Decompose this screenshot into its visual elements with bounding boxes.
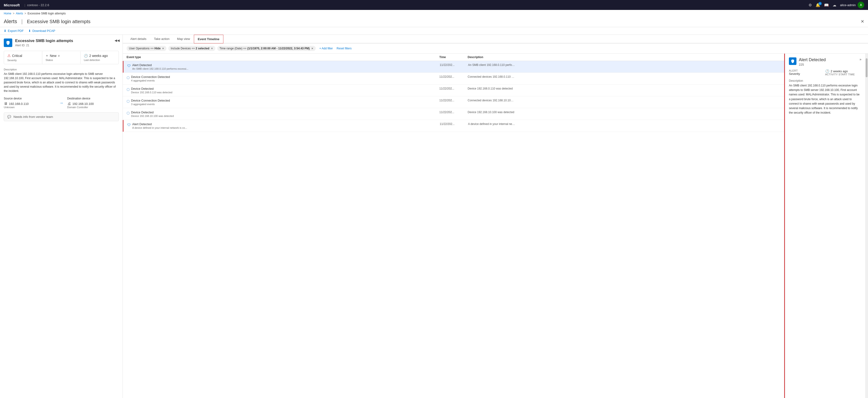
tab-take-action[interactable]: Take action: [150, 35, 173, 43]
table-row[interactable]: ⬡ Device Connection Detected 3 aggregate…: [123, 96, 784, 108]
top-navigation: Microsoft | contoso - 22.2.6 ⚙ 🔔 0 📖 ☁ a…: [0, 0, 868, 10]
header-divider: |: [21, 19, 23, 25]
left-panel: ◀◀ ! Excessive SMB login attempts Alert …: [0, 35, 123, 398]
tab-alert-details[interactable]: Alert details: [127, 35, 150, 43]
export-pdf-label: Export PDF: [8, 29, 24, 33]
last-detection-cell: 🕐 2 weeks ago Last detection: [81, 52, 119, 64]
event-type-sub: 4 aggregated events: [131, 79, 170, 82]
source-device-type: Unknown: [4, 106, 56, 109]
breadcrumb: Home > Alerts > Excessive SMB login atte…: [0, 10, 868, 17]
event-type-cell: ⬡ Device Detected Device 192.168.10.100 …: [127, 111, 439, 117]
notification-badge: 0: [818, 2, 822, 5]
table-row[interactable]: ⬡ Device Detected Device 192.168.0.110 w…: [123, 85, 784, 96]
status-label: Status: [45, 59, 77, 61]
status-icon: ✦: [45, 54, 49, 58]
export-pdf-button[interactable]: ⬇ Export PDF: [4, 29, 24, 33]
col-time: Time: [439, 56, 468, 59]
filter-bar: User Operations == Hide ✕ Include Device…: [123, 43, 868, 54]
scrollbar[interactable]: [865, 54, 868, 398]
last-detection-value: 🕐 2 weeks ago: [84, 54, 115, 58]
event-type-sub: A device defined in your internal networ…: [132, 126, 187, 129]
event-desc: Connected devices 192.168.10.100 anc: [468, 99, 515, 102]
expand-icon[interactable]: »: [860, 57, 861, 61]
svg-text:!: !: [7, 42, 8, 44]
detail-shield-icon: [789, 57, 797, 65]
event-type-sub: An SMB client 192.168.0.110 performs exc…: [132, 67, 188, 70]
event-desc: An SMB client 192.168.0.110 performs: [468, 63, 515, 67]
clock-icon: 🕐: [84, 54, 88, 58]
dest-device-ip: 🖨 192.168.10.100: [67, 101, 119, 106]
tab-event-timeline[interactable]: Event Timeline: [194, 35, 224, 43]
source-device-col: Source device 🖥 192.168.0.110 Unknown: [4, 97, 56, 109]
shield-blue-icon: 🛡: [127, 64, 131, 68]
event-type-name: Alert Detected: [132, 63, 188, 67]
event-type-sub: 3 aggregated events: [131, 103, 170, 105]
user-menu[interactable]: alice-admin A: [840, 2, 864, 8]
avatar: A: [858, 2, 864, 8]
col-event-type: Event type: [127, 56, 439, 59]
table-row[interactable]: 🛡 Alert Detected An SMB client 192.168.0…: [123, 61, 784, 73]
breadcrumb-alerts[interactable]: Alerts: [16, 12, 23, 15]
nav-version: contoso - 22.2.6: [27, 3, 49, 7]
filter-user-ops-label: User Operations == Hide: [129, 47, 161, 50]
detail-time-value: 🕐 2 weeks ago: [825, 69, 862, 73]
detail-panel: Alert Detected 225 » ALERT Severity 🕐 2 …: [785, 54, 865, 398]
event-desc: A device defined in your internal netwo: [468, 122, 515, 126]
alert-id: Alert ID: 21: [15, 44, 73, 47]
last-detection-label: Last detection: [84, 59, 115, 61]
severity-label: Severity: [7, 59, 39, 62]
detail-severity-value: Severity: [789, 72, 825, 75]
download-pcap-label: Download PCAP: [32, 29, 55, 33]
chevron-down-icon[interactable]: ∨: [58, 54, 60, 57]
event-time: 11/22/202...: [439, 111, 468, 114]
event-type-cell: 🛡 Alert Detected An SMB client 192.168.0…: [127, 63, 440, 70]
dest-device-label: Destination device: [67, 97, 119, 100]
arrow-icon: →: [56, 101, 67, 105]
cube-icon: ⬡: [127, 87, 130, 92]
add-filter-button[interactable]: + Add filter: [318, 46, 335, 51]
download-pcap-button[interactable]: ⬇ Download PCAP: [28, 29, 55, 33]
last-detection-text: 2 weeks ago: [89, 54, 108, 58]
gear-icon[interactable]: ⚙: [808, 3, 812, 7]
detail-meta: ALERT Severity 🕐 2 weeks ago Activity st…: [789, 69, 861, 76]
bell-icon[interactable]: 🔔 0: [815, 3, 820, 7]
breadcrumb-home[interactable]: Home: [4, 12, 11, 15]
scrollbar-thumb[interactable]: [866, 58, 868, 77]
event-desc: Device 192.168.10.100 was detected: [468, 111, 515, 114]
alert-header: ! Excessive SMB login attempts Alert ID:…: [4, 38, 119, 47]
event-type-cell: ⬡ Device Connection Detected 4 aggregate…: [127, 75, 439, 82]
comment-icon: 💬: [7, 115, 11, 119]
description-text: An SMB client 192.168.0.110 performs exc…: [4, 72, 119, 93]
filter-devices-close[interactable]: ✕: [211, 47, 213, 50]
table-row[interactable]: ⬡ Device Detected Device 192.168.10.100 …: [123, 108, 784, 120]
reset-filters-button[interactable]: Reset filters: [337, 47, 351, 50]
close-button[interactable]: ✕: [861, 19, 864, 24]
book-icon[interactable]: 📖: [824, 3, 829, 7]
nav-icons: ⚙ 🔔 0 📖 ☁ alice-admin A: [808, 2, 864, 8]
cube-icon: ⬡: [127, 111, 130, 115]
filter-time-range: Time range (Date) == (1/1/1970, 2:00:00 …: [217, 46, 316, 51]
collapse-panel-button[interactable]: ◀◀: [115, 38, 120, 42]
cloud-icon[interactable]: ☁: [833, 3, 836, 7]
event-type-name: Device Detected: [131, 87, 173, 90]
event-type-name: Device Connection Detected: [131, 75, 170, 79]
filter-user-operations: User Operations == Hide ✕: [127, 46, 166, 51]
comment-bar: 💬 Needs info from vendor team: [4, 113, 119, 121]
filter-user-ops-close[interactable]: ✕: [162, 47, 164, 50]
page-subtitle: Excessive SMB login attempts: [27, 19, 90, 24]
detail-severity-col: ALERT Severity: [789, 69, 825, 76]
download-pcap-icon: ⬇: [28, 29, 31, 33]
alert-title: Excessive SMB login attempts: [15, 38, 73, 43]
tab-map-view[interactable]: Map view: [173, 35, 194, 43]
filter-time-close[interactable]: ✕: [311, 47, 313, 50]
monitor-icon: 🖥: [4, 101, 7, 106]
event-type-name: Alert Detected: [132, 122, 187, 126]
detail-header: Alert Detected 225 »: [789, 57, 861, 66]
source-device-ip: 🖥 192.168.0.110: [4, 101, 56, 106]
table-row[interactable]: 🛡 Alert Detected A device defined in you…: [123, 120, 784, 132]
event-type-cell: 🛡 Alert Detected A device defined in you…: [127, 122, 440, 129]
event-table: Event type Time Description 🛡 Alert Dete…: [123, 54, 785, 398]
filter-time-label: Time range (Date) == (1/1/1970, 2:00:00 …: [220, 47, 310, 50]
event-desc: Connected devices 192.168.0.110 and: [468, 75, 515, 79]
table-row[interactable]: ⬡ Device Connection Detected 4 aggregate…: [123, 73, 784, 85]
